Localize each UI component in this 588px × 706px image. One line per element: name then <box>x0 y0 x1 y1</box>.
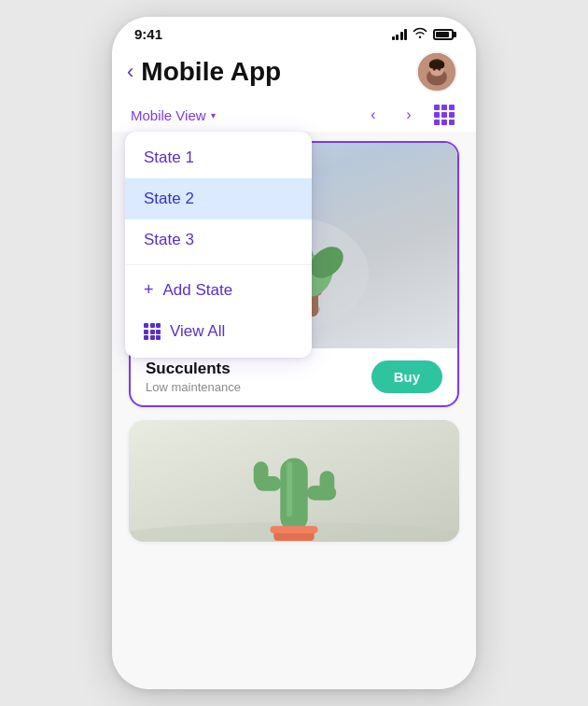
card-image-cactus <box>129 420 459 542</box>
page-title: Mobile App <box>141 57 281 87</box>
toolbar: Mobile View ▾ ‹ › State 1 State 2 State … <box>112 98 476 132</box>
card-name: Succulents <box>146 360 241 378</box>
mobile-view-button[interactable]: Mobile View ▾ <box>131 107 216 123</box>
svg-point-5 <box>433 68 436 71</box>
nav-next-button[interactable]: › <box>396 102 422 128</box>
dropdown-arrow-icon: ▾ <box>211 110 216 120</box>
dropdown-divider <box>125 264 312 265</box>
signal-icon <box>392 29 408 40</box>
svg-rect-32 <box>270 526 317 533</box>
card-text-succulents: Succulents Low maintenance <box>146 360 241 394</box>
add-icon: + <box>144 280 154 300</box>
view-all-icon <box>144 323 161 340</box>
svg-rect-27 <box>254 461 269 487</box>
back-button[interactable]: ‹ <box>127 62 133 82</box>
status-bar: 9:41 <box>112 17 476 46</box>
status-time: 9:41 <box>134 26 162 42</box>
svg-rect-29 <box>320 471 335 499</box>
view-all-label: View All <box>170 322 225 341</box>
dropdown-item-state2[interactable]: State 2 <box>125 178 312 219</box>
buy-button[interactable]: Buy <box>371 360 442 393</box>
toolbar-right: ‹ › <box>360 102 457 128</box>
battery-icon <box>433 29 454 40</box>
mobile-view-label: Mobile View <box>131 107 206 123</box>
avatar[interactable] <box>416 51 457 92</box>
header: ‹ Mobile App <box>112 46 476 98</box>
svg-rect-4 <box>429 62 444 68</box>
svg-point-6 <box>438 68 441 71</box>
card-cactus[interactable] <box>129 420 459 542</box>
add-state-label: Add State <box>163 281 233 300</box>
svg-rect-25 <box>280 458 308 531</box>
status-icons <box>392 27 455 41</box>
dropdown-view-all[interactable]: View All <box>125 311 312 352</box>
wifi-icon <box>413 27 427 41</box>
svg-rect-30 <box>287 461 292 516</box>
state-dropdown-menu: State 1 State 2 State 3 + Add State View… <box>125 132 312 358</box>
phone-shell: 9:41 ‹ Mobile App <box>112 17 476 689</box>
dropdown-item-state1[interactable]: State 1 <box>125 137 312 178</box>
header-left: ‹ Mobile App <box>127 57 281 87</box>
dropdown-item-state3[interactable]: State 3 <box>125 219 312 261</box>
nav-prev-button[interactable]: ‹ <box>360 102 386 128</box>
dropdown-add-state[interactable]: + Add State <box>125 269 312 311</box>
card-description: Low maintenance <box>146 380 241 394</box>
grid-icon <box>434 105 455 125</box>
grid-view-button[interactable] <box>431 102 457 128</box>
